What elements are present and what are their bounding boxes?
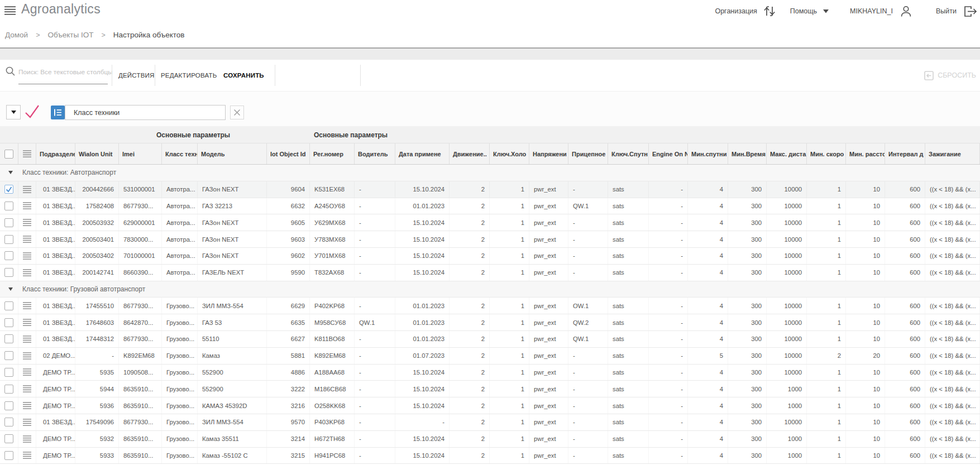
row-menu-icon[interactable] bbox=[23, 302, 31, 309]
col-klyuch-holostoy: 1 bbox=[490, 448, 529, 464]
row-checkbox[interactable] bbox=[4, 401, 13, 410]
logout-button[interactable]: Выйти bbox=[936, 6, 977, 17]
row-menu-icon[interactable] bbox=[23, 368, 31, 376]
menu-icon[interactable] bbox=[4, 6, 16, 15]
row-checkbox[interactable] bbox=[4, 318, 13, 327]
row-checkbox[interactable] bbox=[4, 301, 13, 310]
row-menu-icon[interactable] bbox=[23, 186, 31, 193]
group-header-row[interactable]: Класс техники: Автотранспорт bbox=[0, 165, 980, 181]
collapse-triangle-icon[interactable] bbox=[8, 287, 13, 291]
row-menu-icon[interactable] bbox=[23, 269, 31, 276]
row-menu-icon[interactable] bbox=[23, 385, 31, 392]
column-header-engine-on[interactable]: Engine On N bbox=[649, 143, 688, 164]
filter-column-icon[interactable] bbox=[51, 106, 65, 119]
column-header-model[interactable]: Модель bbox=[198, 143, 267, 164]
row-menu-icon[interactable] bbox=[23, 202, 31, 209]
row-checkbox[interactable] bbox=[4, 368, 13, 377]
organization-menu[interactable]: Организация bbox=[715, 4, 776, 18]
col-iot-object-id: 9570 bbox=[267, 414, 310, 430]
column-header-data-primeneniya[interactable]: Дата примене bbox=[395, 143, 450, 164]
col-voditel: - bbox=[355, 381, 395, 397]
column-header-napryazhenie[interactable]: Напряжени bbox=[529, 143, 568, 164]
row-menu-icon[interactable] bbox=[23, 335, 31, 343]
collapse-triangle-icon[interactable] bbox=[8, 171, 13, 174]
col-min-sputniki: 4 bbox=[688, 265, 728, 281]
col-podrazdelenie: 01 ЗВЕЗД... bbox=[36, 214, 75, 231]
filter-dropdown-button[interactable] bbox=[6, 105, 21, 119]
row-menu-icon[interactable] bbox=[23, 319, 31, 326]
row-checkbox[interactable] bbox=[4, 218, 13, 227]
col-data-primeneniya: 15.10.2024 bbox=[395, 431, 450, 447]
row-checkbox-checked[interactable] bbox=[4, 185, 13, 194]
column-header-reg-nomer[interactable]: Рег.номер bbox=[310, 143, 355, 164]
column-header-klass-tehniki[interactable]: Класс техни bbox=[162, 143, 198, 164]
actions-button[interactable]: ДЕЙСТВИЯ bbox=[118, 60, 155, 91]
row-menu-icon[interactable] bbox=[23, 419, 31, 426]
column-header-maks-distanciya[interactable]: Макс. диста bbox=[767, 143, 807, 164]
row-menu-icon[interactable] bbox=[23, 352, 31, 359]
col-interval: 600 bbox=[885, 431, 925, 447]
col-min-vremya: 300 bbox=[728, 265, 767, 281]
edit-button[interactable]: РЕДАКТИРОВАТЬ bbox=[161, 60, 217, 91]
col-min-skorost: 1 bbox=[807, 365, 846, 381]
row-menu-cell bbox=[18, 198, 36, 214]
reset-button[interactable]: СБРОСИТЬ bbox=[924, 60, 976, 91]
column-header-voditel[interactable]: Водитель bbox=[355, 143, 395, 164]
save-button[interactable]: СОХРАНИТЬ bbox=[223, 60, 264, 91]
filter-remove-button[interactable] bbox=[230, 106, 244, 119]
column-header-dvizhenie[interactable]: Движение.. bbox=[450, 143, 490, 164]
column-header-klyuch-holostoy[interactable]: Ключ.Холо bbox=[490, 143, 529, 164]
column-header-iot-object-id[interactable]: Iot Object Id bbox=[267, 143, 310, 164]
col-data-primeneniya: 01.01.2023 bbox=[395, 198, 450, 214]
column-header-pricepnoe[interactable]: Прицепное bbox=[568, 143, 608, 164]
row-menu-cell bbox=[18, 214, 36, 231]
column-header-imei[interactable]: Imei bbox=[119, 143, 162, 164]
reset-icon bbox=[924, 71, 934, 80]
row-checkbox[interactable] bbox=[4, 150, 13, 159]
row-menu-icon[interactable] bbox=[23, 252, 31, 260]
filter-enabled-checkmark[interactable] bbox=[23, 104, 41, 119]
column-header-min-sputniki[interactable]: Мин.спутни bbox=[688, 143, 728, 164]
column-header-zazhiganie[interactable]: Зажигание bbox=[925, 143, 980, 164]
row-menu-icon[interactable] bbox=[23, 452, 31, 459]
column-header-klyuch-sputnik[interactable]: Ключ.Спутн bbox=[608, 143, 649, 164]
user-menu[interactable]: MIKHAYLIN_I bbox=[850, 5, 912, 18]
column-header-min-vremya[interactable]: Мин.Время bbox=[728, 143, 767, 164]
row-checkbox[interactable] bbox=[4, 451, 13, 460]
group-header-row[interactable]: Класс техники: Грузовой автотранспорт bbox=[0, 281, 980, 298]
row-menu-icon[interactable] bbox=[23, 435, 31, 443]
col-klyuch-sputnik: sats bbox=[608, 265, 649, 281]
column-header-min-skorost[interactable]: Мин. скоро bbox=[807, 143, 846, 164]
col-engine-on: - bbox=[649, 314, 688, 330]
row-menu-icon[interactable] bbox=[23, 236, 31, 243]
search-input[interactable]: Поиск: Все текстовые столбцы bbox=[18, 68, 113, 76]
row-menu-icon[interactable] bbox=[23, 219, 31, 226]
row-checkbox[interactable] bbox=[4, 235, 13, 244]
row-checkbox[interactable] bbox=[4, 434, 13, 443]
row-checkbox[interactable] bbox=[4, 202, 13, 210]
help-menu[interactable]: Помощь bbox=[790, 7, 829, 15]
row-menu-icon[interactable] bbox=[23, 402, 31, 409]
filter-value-input[interactable]: Класс техники bbox=[65, 105, 226, 120]
col-min-vremya: 300 bbox=[728, 214, 767, 231]
row-checkbox[interactable] bbox=[4, 251, 13, 260]
column-header-wialon-unit[interactable]: Wialon Unit bbox=[75, 143, 119, 164]
column-header-min-rasstoyanie[interactable]: Мин. рассто bbox=[846, 143, 885, 164]
column-header-podrazdelenie[interactable]: Подразделе bbox=[36, 143, 75, 164]
row-menu-icon[interactable] bbox=[23, 150, 31, 157]
row-checkbox[interactable] bbox=[4, 334, 13, 343]
col-engine-on: - bbox=[649, 414, 688, 430]
col-data-primeneniya: 01.01.2023 bbox=[395, 331, 450, 347]
column-header-interval[interactable]: Интервал д bbox=[885, 143, 925, 164]
row-checkbox[interactable] bbox=[4, 385, 13, 394]
row-checkbox[interactable] bbox=[4, 268, 13, 277]
breadcrumb-home[interactable]: Домой bbox=[5, 31, 28, 39]
col-podrazdelenie: 01 ЗВЕЗД... bbox=[36, 298, 75, 314]
col-klass-tehniki: Грузово... bbox=[162, 365, 198, 381]
breadcrumb-iot-objects[interactable]: Объекты IOT bbox=[47, 31, 93, 39]
select-all-cell bbox=[0, 143, 18, 164]
col-klyuch-sputnik: sats bbox=[608, 365, 649, 381]
row-checkbox[interactable] bbox=[4, 418, 13, 426]
row-checkbox[interactable] bbox=[4, 351, 13, 360]
col-zazhiganie: ((x < 18) && (x... bbox=[925, 365, 980, 381]
